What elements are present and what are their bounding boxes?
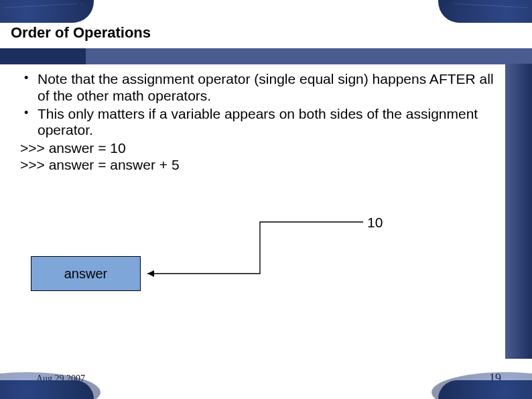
corner-top-left-decoration [0, 0, 94, 23]
corner-bottom-right-decoration [438, 380, 532, 399]
content-area: Note that the assignment operator (singl… [20, 71, 496, 174]
svg-marker-0 [147, 270, 154, 277]
right-side-strip [505, 64, 532, 359]
code-line: >>> answer = answer + 5 [20, 157, 496, 174]
slide-title: Order of Operations [11, 24, 151, 42]
bullet-item: Note that the assignment operator (singl… [20, 71, 496, 105]
corner-top-right-decoration [438, 0, 532, 23]
slide: Order of Operations Note that the assign… [0, 0, 532, 399]
variable-diagram: 10 answer [31, 215, 406, 308]
variable-name: answer [64, 266, 107, 282]
arrow-icon [141, 220, 375, 287]
title-bar-light [86, 48, 532, 64]
variable-box: answer [31, 256, 141, 291]
bullet-item: This only matters if a variable appears … [20, 106, 496, 139]
code-line: >>> answer = 10 [20, 140, 496, 157]
corner-bottom-left-decoration [0, 380, 94, 399]
